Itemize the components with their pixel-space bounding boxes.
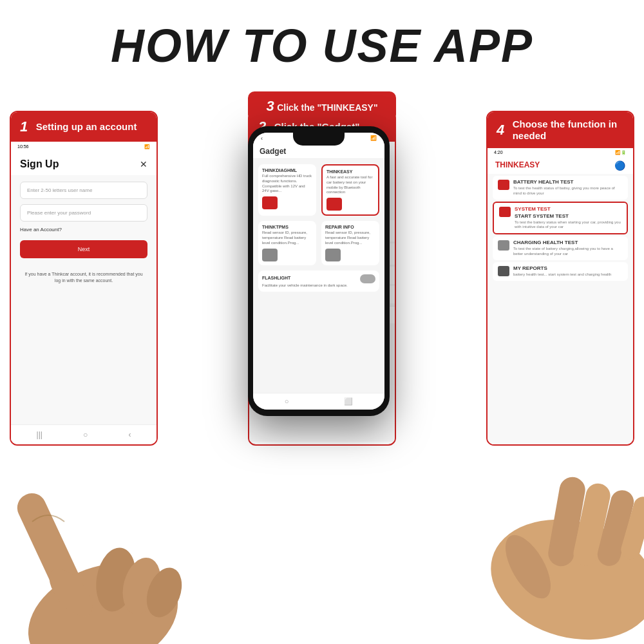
s4-bluetooth-icon: 🔵 <box>614 160 625 171</box>
gadget-thinkeasy-title: THINKEASY <box>327 169 374 174</box>
step-4-screen: 4:20 📶🔋 THINKEASY 🔵 BATTERY HEALTH TEST … <box>488 148 633 446</box>
s4-start-icon <box>499 207 511 217</box>
phone-nav: ○ ⬜ <box>253 393 384 410</box>
s4-battery-health-title: BATTERY HEALTH TEST <box>513 179 623 185</box>
gadget-item-thinktpms[interactable]: THINKTPMS Read sensor ID, pressure, temp… <box>258 221 316 265</box>
s4-brand-name: THINKEASY <box>495 160 540 171</box>
phone-screen: ‹ 10:32 📶 Gadget THINKDIAGHML Full compr… <box>253 133 384 410</box>
gadget-item-flashlight[interactable]: FLASHLIGHT Facilitate your vehicle maint… <box>258 270 379 292</box>
s1-signup-header: Sign Up ✕ <box>11 152 156 175</box>
right-hand-svg <box>412 464 644 644</box>
phone-shell: ‹ 10:32 📶 Gadget THINKDIAGHML Full compr… <box>248 126 390 416</box>
s1-footer-text: If you have a Thinkcar account, it is re… <box>20 271 147 284</box>
s1-username-input[interactable]: Enter 2-50 letters user name <box>20 182 147 199</box>
gadget-thinktpms-desc: Read sensor ID, pressure, temperature Re… <box>262 231 312 245</box>
step-1-panel: 1 Setting up an account 10:56 📶 Sign Up … <box>10 111 158 446</box>
s4-battery-health-desc: To test the health status of battsy, giv… <box>513 186 623 196</box>
s4-start-system-full-title: START SYSTEM TEST <box>515 213 621 219</box>
s4-charging-health-item[interactable]: CHARGING HEALTH TEST To test the state o… <box>493 236 628 260</box>
s4-charging-icon <box>498 240 509 251</box>
gadget-repairinfo-title: REPAIR INFO <box>325 225 375 229</box>
step-3-header: 3 Click the "THINKEASY" <box>248 91 396 121</box>
flashlight-toggle[interactable] <box>360 274 375 283</box>
phone-nav-home[interactable]: ⬜ <box>344 397 353 406</box>
step-4-title: Choose the function in needed <box>513 118 624 142</box>
s4-system-test-label: SYSTEM TEST <box>515 206 551 212</box>
page-title: HOW TO USE APP <box>0 0 644 85</box>
steps-container: 1 Setting up an account 10:56 📶 Sign Up … <box>0 91 644 452</box>
phone-header: Gadget <box>253 144 384 159</box>
s4-start-system-item[interactable]: SYSTEM TEST START SYSTEM TEST To test th… <box>493 202 628 235</box>
hands-area <box>0 425 644 644</box>
gadget-repairinfo-icon <box>325 249 341 261</box>
s1-signup-title: Sign Up <box>20 158 59 170</box>
s4-start-system-title: SYSTEM TEST <box>515 206 621 212</box>
step-3-phone: 3 Click the "THINKEASY" ‹ 10:32 📶 Gadget… <box>248 91 396 416</box>
step-1-title: Setting up an account <box>36 121 137 133</box>
s4-my-reports-item[interactable]: MY REPORTS battery health test... start … <box>493 262 628 281</box>
step-4-panel: 4 Choose the function in needed 4:20 📶🔋 … <box>486 111 634 446</box>
s4-brand: THINKEASY 🔵 <box>488 157 633 174</box>
phone-nav-menu[interactable]: ○ <box>285 397 289 406</box>
gadget-thinkdiaghml-title: THINKDIAGHML <box>262 168 312 173</box>
gadget-thinkeasy-desc: A fast and accurate tool for car battery… <box>327 175 374 195</box>
phone-notch <box>293 133 345 146</box>
s4-start-system-desc: To test the battery status when starting… <box>515 220 621 231</box>
s1-next-button[interactable]: Next <box>20 240 147 258</box>
step-1-screen: 10:56 📶 Sign Up ✕ Enter 2-50 letters use… <box>11 142 156 442</box>
s4-my-reports-desc: battery health test... start system test… <box>513 272 611 278</box>
step-4-number: 4 <box>497 122 504 138</box>
s1-time: 10:56 <box>17 144 29 149</box>
gadget-item-thinkeasy[interactable]: THINKEASY A fast and accurate tool for c… <box>321 164 379 216</box>
s4-battery-health-item[interactable]: BATTERY HEALTH TEST To test the health s… <box>493 176 628 200</box>
step-1-number: 1 <box>20 118 28 135</box>
phone-signals: 📶 <box>370 135 377 142</box>
gadget-item-thinkdiaghml[interactable]: THINKDIAGHML Full comprehensive HD truck… <box>258 164 316 216</box>
s4-my-reports-title: MY REPORTS <box>513 265 611 271</box>
s1-form: Enter 2-50 letters user name Please ente… <box>11 175 156 290</box>
gadget-flashlight-desc: Facilitate your vehicle maintenance in d… <box>262 283 375 289</box>
s4-battery-icon <box>498 180 509 190</box>
step-3-title: Click the "THINKEASY" <box>277 102 377 113</box>
s4-statusbar: 4:20 📶🔋 <box>488 148 633 157</box>
s1-have-account: Have an Account? <box>20 227 147 232</box>
gadget-item-repairinfo[interactable]: REPAIR INFO Read sensor ID, pressure, te… <box>321 221 379 265</box>
phone-page-title: Gadget <box>260 147 286 156</box>
step-3-number: 3 <box>266 98 274 114</box>
s1-password-input[interactable]: Please enter your password <box>20 204 147 222</box>
gadget-repairinfo-desc: Read sensor ID, pressure, temperature Re… <box>325 231 375 245</box>
left-hand-svg <box>0 438 309 644</box>
s4-time: 4:20 <box>494 150 503 155</box>
gadget-thinkeasy-icon <box>327 198 342 211</box>
s1-signals: 📶 <box>144 144 150 149</box>
gadget-thinkdiaghml-desc: Full comprehensive HD truck diagnostic f… <box>262 174 312 194</box>
s4-reports-icon <box>498 266 509 276</box>
phone-back-btn[interactable]: ‹ <box>261 135 263 142</box>
s4-charging-health-desc: To test the state of battery charging,al… <box>513 247 623 257</box>
gadget-thinktpms-title: THINKTPMS <box>262 225 312 229</box>
step-1-header: 1 Setting up an account <box>11 112 156 142</box>
s4-signals: 📶🔋 <box>615 150 627 155</box>
gadget-thinktpms-icon <box>262 249 278 261</box>
step-4-header: 4 Choose the function in needed <box>488 112 633 148</box>
s4-charging-health-title: CHARGING HEALTH TEST <box>513 240 623 245</box>
s1-close-icon[interactable]: ✕ <box>140 159 147 169</box>
gadget-flashlight-title: FLASHLIGHT <box>262 276 290 280</box>
gadget-thinkdiaghml-icon <box>262 196 278 209</box>
gadget-grid: THINKDIAGHML Full comprehensive HD truck… <box>253 159 384 270</box>
s1-statusbar: 10:56 📶 <box>11 142 156 152</box>
